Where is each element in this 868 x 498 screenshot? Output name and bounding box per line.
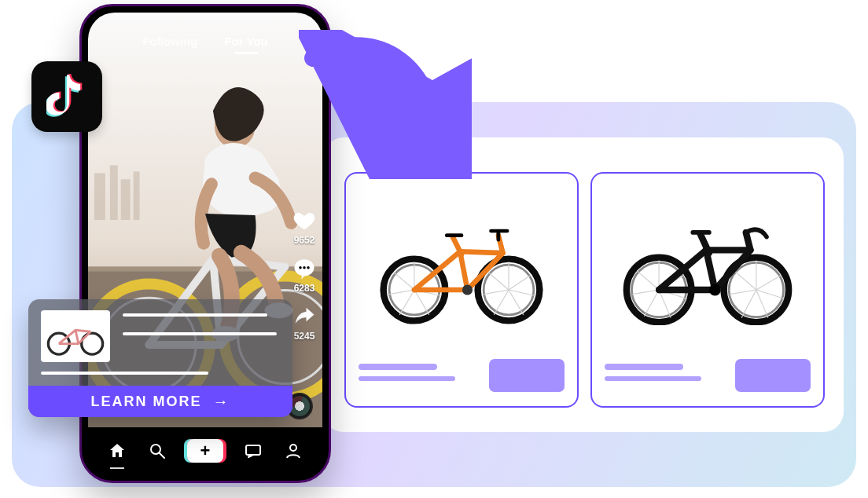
- svg-line-16: [484, 290, 509, 295]
- tiktok-badge: [31, 61, 102, 132]
- svg-line-9: [389, 290, 414, 295]
- product-panel: [323, 137, 844, 432]
- share-button[interactable]: 5245: [292, 305, 316, 342]
- product-buy-button[interactable]: [489, 359, 565, 392]
- svg-point-54: [303, 266, 306, 269]
- svg-line-26: [659, 290, 671, 318]
- svg-line-17: [488, 273, 509, 291]
- nav-profile[interactable]: [283, 441, 303, 461]
- svg-point-37: [709, 284, 721, 296]
- svg-rect-40: [110, 165, 118, 220]
- svg-line-14: [509, 290, 524, 315]
- nav-home[interactable]: [107, 441, 127, 461]
- cta-label: LEARN MORE: [91, 394, 202, 410]
- overlay-thumbnail: [41, 310, 110, 362]
- svg-point-53: [299, 266, 302, 269]
- product-text-placeholder: [605, 364, 726, 387]
- bike-thumbnail-icon: [45, 317, 106, 356]
- overlay-text-placeholder: [123, 310, 280, 335]
- svg-rect-41: [121, 179, 131, 220]
- learn-more-button[interactable]: LEARN MORE →: [28, 386, 292, 417]
- arrow-right-icon: →: [213, 393, 230, 411]
- svg-line-29: [637, 271, 659, 290]
- bike-black-icon: [613, 207, 802, 325]
- product-meta: [359, 359, 565, 392]
- svg-line-10: [394, 273, 414, 291]
- svg-line-57: [160, 453, 164, 458]
- tab-following[interactable]: Following: [142, 35, 197, 53]
- svg-line-28: [632, 290, 659, 295]
- tab-for-you[interactable]: For You: [224, 35, 267, 53]
- search-icon: [148, 441, 167, 460]
- svg-point-59: [290, 445, 296, 451]
- svg-rect-58: [246, 445, 260, 455]
- share-count: 5245: [294, 331, 315, 342]
- svg-line-12: [509, 275, 531, 290]
- svg-line-13: [509, 290, 535, 296]
- plus-icon: +: [200, 442, 211, 460]
- svg-line-32: [756, 290, 785, 298]
- svg-line-34: [741, 290, 756, 318]
- share-icon: [292, 305, 316, 328]
- svg-line-36: [734, 271, 756, 290]
- like-count: 9652: [294, 235, 315, 246]
- svg-rect-42: [134, 171, 140, 220]
- product-card-bike-orange[interactable]: [344, 172, 579, 408]
- svg-line-8: [399, 290, 414, 315]
- product-buy-button[interactable]: [735, 359, 811, 392]
- nav-inbox[interactable]: [243, 441, 263, 461]
- product-overlay-card[interactable]: LEARN MORE →: [28, 299, 292, 417]
- tiktok-logo-icon: [46, 73, 87, 120]
- svg-line-15: [494, 290, 509, 315]
- svg-rect-39: [94, 173, 105, 220]
- svg-point-56: [151, 445, 160, 454]
- comment-button[interactable]: 6283: [292, 257, 316, 294]
- svg-line-35: [730, 290, 756, 295]
- product-image: [605, 185, 811, 348]
- nav-post[interactable]: +: [187, 439, 223, 463]
- product-image: [359, 185, 565, 348]
- product-meta: [605, 359, 811, 392]
- product-card-bike-black[interactable]: [590, 172, 825, 408]
- svg-line-31: [756, 275, 782, 290]
- action-rail: 9652 6283 5245: [292, 209, 316, 353]
- home-icon: [108, 441, 127, 460]
- nav-search[interactable]: [147, 441, 167, 461]
- product-text-placeholder: [359, 364, 480, 387]
- comment-icon: [292, 257, 316, 280]
- bike-orange-icon: [367, 207, 556, 325]
- inbox-icon: [244, 441, 263, 460]
- like-button[interactable]: 9652: [292, 209, 316, 246]
- heart-icon: [292, 209, 316, 233]
- feed-tabs: Following For You: [88, 35, 322, 53]
- svg-point-18: [462, 284, 473, 295]
- profile-icon: [284, 441, 303, 460]
- comment-count: 6283: [294, 283, 315, 294]
- svg-line-7: [414, 290, 429, 315]
- svg-line-27: [644, 290, 659, 317]
- bottom-nav: +: [88, 427, 322, 474]
- overlay-text-placeholder: [41, 372, 280, 375]
- svg-point-55: [307, 266, 310, 269]
- svg-line-33: [756, 290, 768, 318]
